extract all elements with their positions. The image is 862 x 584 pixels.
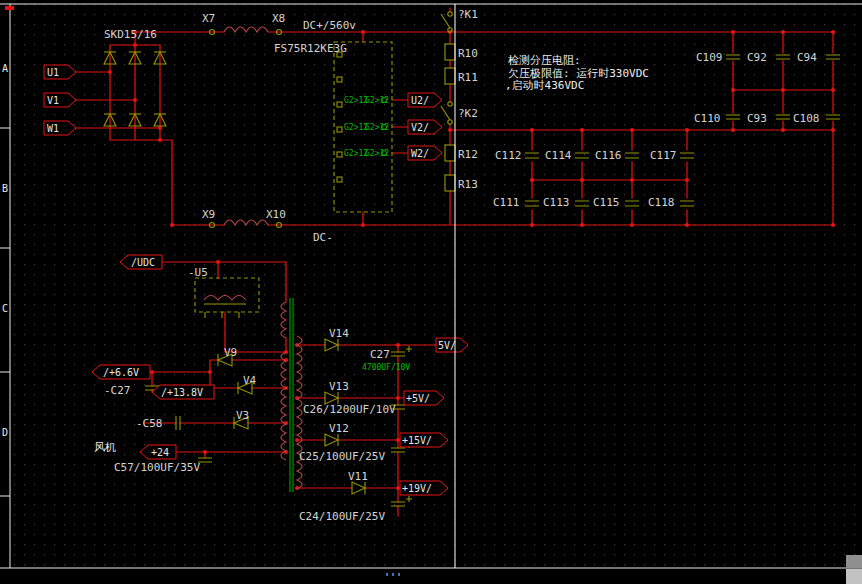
note-line-3: ,启动时436VDC xyxy=(505,79,584,92)
port-w1-label: W1 xyxy=(47,123,59,134)
cap-label-c115: C115 xyxy=(593,196,620,209)
hscroll-ticks: ''' xyxy=(384,572,402,583)
cap-label-c109: C109 xyxy=(696,51,723,64)
cap-label-c94: C94 xyxy=(797,51,817,64)
cap-label-c93: C93 xyxy=(747,112,767,125)
cap-label-c117: C117 xyxy=(650,149,677,162)
cap-label-c27: C27 xyxy=(370,348,390,361)
cap-label-c108: C108 xyxy=(793,112,820,125)
fan-label: 风机 xyxy=(94,441,116,454)
cap-label-c113: C113 xyxy=(543,196,570,209)
port-5v-label: 5V/ xyxy=(438,340,456,351)
zone-label-d: D xyxy=(2,427,8,438)
vscroll-down-button[interactable] xyxy=(846,555,862,568)
resistor-r11-label: R11 xyxy=(458,71,478,84)
cap-label-c112: C112 xyxy=(495,149,522,162)
bridge-part-label: SKD15/16 xyxy=(104,28,157,41)
cap-label-c25: C25/100UF/25V xyxy=(299,450,385,463)
cap-label-c118: C118 xyxy=(648,196,675,209)
resistor-r10-label: R10 xyxy=(458,47,478,60)
scroll-corner[interactable] xyxy=(846,569,862,584)
cap-label-c24: C24/100UF/25V xyxy=(299,510,385,523)
origin-marker xyxy=(5,6,14,10)
dc-plus-label: DC+/560v xyxy=(303,19,356,32)
port-19v-label: +19V/ xyxy=(402,483,432,494)
hscrollbar-track[interactable] xyxy=(0,569,862,584)
gate-value-label: G2>12 xyxy=(365,96,389,105)
port-6v6-label: /+6.6V xyxy=(103,367,139,378)
terminal-x8-label: X8 xyxy=(272,12,285,25)
cap-label-c26: C26/1200UF/10V xyxy=(303,403,396,416)
note-line-1: 检测分压电阻: xyxy=(507,54,581,67)
cap-label-c114: C114 xyxy=(545,149,572,162)
port-u2-label: U2/ xyxy=(411,95,429,106)
terminal-x7-label: X7 xyxy=(202,12,215,25)
u5-ref-label: -U5 xyxy=(188,266,208,279)
igbt-part-label: FS75R12KE3G xyxy=(274,42,347,55)
diode-v11-label: V11 xyxy=(348,470,368,483)
cap-label-c58: -C58 xyxy=(136,417,163,430)
schematic-editor-window: A B C D xyxy=(0,0,862,584)
gate-value-label: G2>12 xyxy=(365,149,389,158)
cap-label-c57: C57/100UF/35V xyxy=(114,461,200,474)
schematic-canvas[interactable]: A B C D xyxy=(0,0,862,584)
terminal-x9-label: X9 xyxy=(202,208,215,221)
zone-label-a: A xyxy=(2,63,8,74)
port-w2-label: W2/ xyxy=(411,148,429,159)
cap-label-c111: C111 xyxy=(493,196,520,209)
diode-v3-label: V3 xyxy=(236,409,249,422)
resistor-r12-label: R12 xyxy=(458,148,478,161)
gate-value-label: G2>12 xyxy=(365,123,389,132)
port-5vp-label: +5V/ xyxy=(406,393,430,404)
zone-label-c: C xyxy=(2,303,8,314)
cap-label-c27-left: -C27 xyxy=(104,384,131,397)
relay-k2-label: ?K2 xyxy=(458,107,478,120)
diode-v14-label: V14 xyxy=(329,327,349,340)
diode-v4-label: V4 xyxy=(243,374,257,387)
cap-label-c110: C110 xyxy=(694,112,721,125)
cap-value-c27: 4700UF/10V xyxy=(362,363,410,372)
zone-label-b: B xyxy=(2,183,8,194)
resistor-r13-label: R13 xyxy=(458,178,478,191)
diode-v13-label: V13 xyxy=(329,380,349,393)
diode-v9-label: V9 xyxy=(224,346,237,359)
terminal-x10-label: X10 xyxy=(266,208,286,221)
port-13v8-label: /+13.8V xyxy=(161,387,203,398)
dc-minus-label: DC- xyxy=(313,231,333,244)
cap-label-c116: C116 xyxy=(595,149,622,162)
port-v2-label: V2/ xyxy=(411,122,429,133)
port-15v-label: +15V/ xyxy=(402,435,432,446)
port-24v-label: +24 xyxy=(151,447,169,458)
diode-v12-label: V12 xyxy=(329,422,349,435)
port-u1-label: U1 xyxy=(47,67,59,78)
port-v1-label: V1 xyxy=(47,95,59,106)
cap-label-c92: C92 xyxy=(747,51,767,64)
port-udc-label: /UDC xyxy=(131,257,155,268)
relay-k1-label: ?K1 xyxy=(458,8,478,21)
